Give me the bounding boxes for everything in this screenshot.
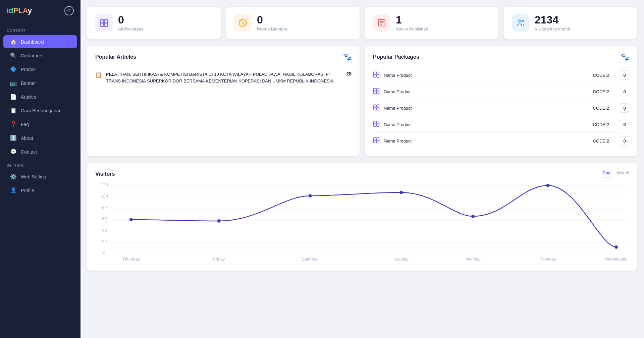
popular-articles-header: Popular Articles 🐾 [95, 53, 352, 61]
clock-icon: ⏱ [64, 6, 74, 15]
svg-text:Wednesday: Wednesday [605, 257, 628, 262]
package-name: Nama Product [384, 73, 589, 78]
svg-text:80: 80 [102, 205, 107, 210]
sidebar-item-faq[interactable]: ❓ Faq [3, 118, 77, 131]
package-item: Nama Product CODE!2 0 [373, 83, 629, 100]
sidebar-item-banner[interactable]: 📺 Banner [3, 76, 77, 90]
package-count: 0 [620, 136, 629, 146]
chart-tab-month[interactable]: Month [617, 170, 629, 177]
stat-info-article-published: 1 Article Published [396, 14, 490, 32]
sidebar-item-dashboard-label: Dashboard [21, 39, 44, 45]
svg-rect-23 [377, 107, 379, 110]
article-published-number: 1 [396, 14, 490, 25]
svg-text:20: 20 [102, 239, 107, 244]
article-title: PELATIHAN, SERTIFIKASI & KOMPETISI BARIS… [106, 71, 342, 84]
chart-point-wed [614, 245, 618, 249]
visitors-chart-svg: 120 100 80 60 40 20 0 [95, 183, 629, 263]
svg-rect-3 [104, 23, 108, 26]
profile-icon: 👤 [10, 187, 17, 193]
svg-rect-27 [377, 124, 379, 126]
popular-packages-icon: 🐾 [621, 53, 629, 61]
sidebar-item-dashboard[interactable]: 🏠 Dashboard [3, 35, 77, 48]
promo-icon [238, 18, 247, 27]
svg-rect-1 [104, 19, 108, 23]
article-icon [377, 18, 386, 27]
package-icon [373, 137, 380, 145]
package-item: Nama Product CODE!2 0 [373, 133, 629, 149]
all-packages-icon-wrap [95, 14, 113, 32]
svg-rect-25 [377, 121, 379, 124]
sidebar-item-about[interactable]: ℹ️ About [3, 131, 77, 145]
produk-icon: 🔷 [10, 66, 17, 72]
sidebar-item-contact[interactable]: 💬 Contact [3, 145, 77, 158]
sidebar-item-web-setting[interactable]: ⚙️ Web Setting [3, 170, 77, 183]
cara-berlangganan-icon: 📋 [10, 107, 17, 114]
svg-point-11 [522, 20, 523, 21]
svg-rect-2 [100, 23, 104, 26]
chart-point-thu [129, 218, 133, 221]
visitors-month-label: Visitors this month [535, 26, 629, 32]
package-count: 0 [620, 70, 629, 80]
package-item: Nama Product CODE!2 0 [373, 100, 629, 116]
chart-tab-day[interactable]: Day [602, 170, 610, 177]
content-section-label: CONTENT [0, 24, 80, 35]
stat-card-visitors-month: 2134 Visitors this month [504, 7, 637, 39]
chart-point-fri [217, 219, 221, 223]
packages-icon [100, 18, 108, 27]
svg-rect-21 [377, 105, 379, 107]
sidebar-item-produk[interactable]: 🔷 Produk [3, 63, 77, 76]
svg-rect-22 [374, 107, 376, 110]
svg-rect-24 [374, 121, 376, 124]
svg-rect-14 [374, 74, 376, 77]
package-item: Nama Product CODE!2 0 [373, 67, 629, 83]
stat-info-promo-banners: 0 Promo Banners [257, 14, 352, 32]
all-packages-number: 0 [118, 14, 213, 25]
sidebar-logo: idPLAy ⏱ [0, 0, 80, 21]
svg-text:Saturday: Saturday [302, 257, 319, 262]
svg-rect-30 [374, 140, 376, 143]
svg-rect-15 [377, 74, 379, 77]
contact-icon: 💬 [10, 149, 17, 155]
sidebar-item-profile[interactable]: 👤 Profile [3, 184, 77, 197]
articles-icon: 📄 [10, 94, 17, 100]
visitors-month-number: 2134 [535, 14, 629, 25]
setting-section-label: SETTING [0, 159, 80, 169]
svg-rect-12 [374, 72, 376, 74]
package-code: CODE!2 [593, 122, 609, 127]
chart-point-tue [546, 184, 549, 187]
article-published-icon-wrap [373, 14, 390, 32]
svg-rect-16 [374, 88, 376, 91]
package-name: Nama Product [384, 89, 589, 94]
sidebar-item-contact-label: Contact [21, 149, 37, 155]
svg-rect-20 [374, 105, 376, 107]
package-code: CODE!2 [593, 106, 609, 111]
stats-row: 0 All Packages 0 Promo Banners [87, 7, 637, 39]
article-published-label: Article Published [396, 26, 490, 32]
sidebar-item-articles[interactable]: 📄 Articles [3, 90, 77, 103]
sidebar-item-customers[interactable]: 🔍 Customers [3, 49, 77, 62]
article-doc-icon: 📋 [95, 72, 102, 78]
chart-point-sat [309, 194, 312, 198]
popular-articles-title: Popular Articles [95, 54, 136, 60]
popular-packages-panel: Popular Packages 🐾 Nama Product CODE!2 0 [365, 46, 637, 156]
svg-rect-0 [100, 19, 104, 23]
package-count: 0 [620, 103, 629, 113]
package-count: 0 [620, 120, 629, 129]
visitors-icon [516, 18, 525, 27]
package-name: Nama Product [384, 138, 589, 144]
about-icon: ℹ️ [10, 135, 17, 141]
popular-articles-panel: Popular Articles 🐾 📋 PELATIHAN, SERTIFIK… [87, 46, 360, 156]
sidebar-item-cara-berlangganan[interactable]: 📋 Cara Berlangganan [3, 104, 77, 117]
customers-icon: 🔍 [10, 52, 17, 59]
chart-point-sun [400, 191, 403, 194]
popular-articles-icon: 🐾 [343, 53, 352, 61]
visitors-header: Visitors Day Month [95, 170, 629, 177]
package-icon [373, 120, 380, 129]
package-code: CODE!2 [593, 89, 609, 94]
sidebar-item-cara-berlangganan-label: Cara Berlangganan [21, 108, 61, 113]
svg-rect-26 [374, 124, 376, 126]
sidebar-navigation: CONTENT 🏠 Dashboard 🔍 Customers 🔷 Produk… [0, 21, 80, 338]
svg-text:40: 40 [102, 228, 107, 233]
sidebar-item-faq-label: Faq [21, 122, 29, 127]
package-item: Nama Product CODE!2 0 [373, 116, 629, 133]
